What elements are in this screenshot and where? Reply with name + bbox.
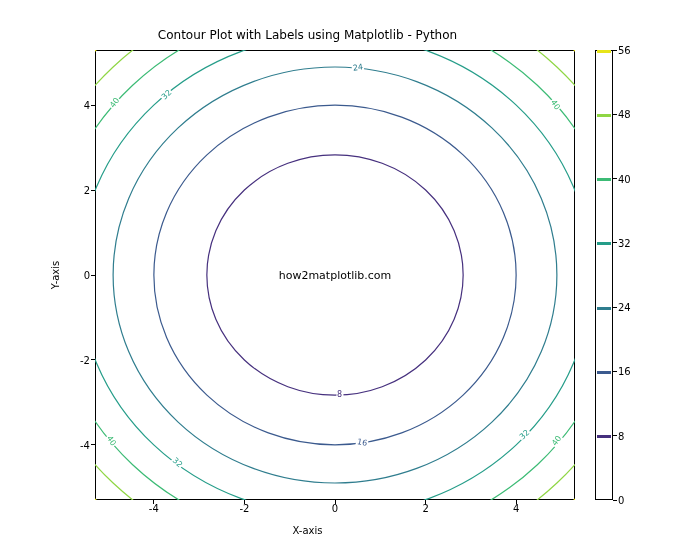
colorbar-line: [597, 114, 611, 117]
colorbar-line: [597, 242, 611, 245]
x-tick-label: 4: [513, 503, 519, 514]
colorbar-tick-label: 56: [618, 45, 631, 56]
x-tick-label: 0: [332, 503, 338, 514]
x-axis-label: X-axis: [0, 525, 615, 536]
colorbar-line: [597, 435, 611, 438]
y-tick-label: 4: [84, 100, 90, 111]
colorbar-tick-label: 16: [618, 366, 631, 377]
x-tick-label: -2: [239, 503, 249, 514]
y-axis-label: Y-axis: [50, 261, 61, 290]
colorbar-line: [597, 371, 611, 374]
contour-label: 8: [336, 391, 343, 399]
y-tick-label: 0: [84, 270, 90, 281]
figure: Contour Plot with Labels using Matplotli…: [0, 0, 700, 560]
contour-label: 16: [355, 438, 368, 448]
y-tick-label: 2: [84, 185, 90, 196]
x-tick-label: -4: [149, 503, 159, 514]
chart-title: Contour Plot with Labels using Matplotli…: [0, 28, 615, 42]
colorbar-tick-label: 0: [618, 495, 624, 506]
colorbar-line: [597, 307, 611, 310]
colorbar-tick-label: 40: [618, 173, 631, 184]
y-tick-label: -2: [80, 354, 90, 365]
colorbar-line: [597, 50, 611, 53]
colorbar: [595, 50, 613, 500]
colorbar-tick-label: 48: [618, 109, 631, 120]
x-tick-label: 2: [422, 503, 428, 514]
colorbar-tick-label: 32: [618, 237, 631, 248]
colorbar-tick-label: 8: [618, 430, 624, 441]
colorbar-tick-label: 24: [618, 302, 631, 313]
colorbar-line: [597, 178, 611, 181]
y-tick-label: -4: [80, 439, 90, 450]
center-annotation: how2matplotlib.com: [279, 269, 392, 282]
